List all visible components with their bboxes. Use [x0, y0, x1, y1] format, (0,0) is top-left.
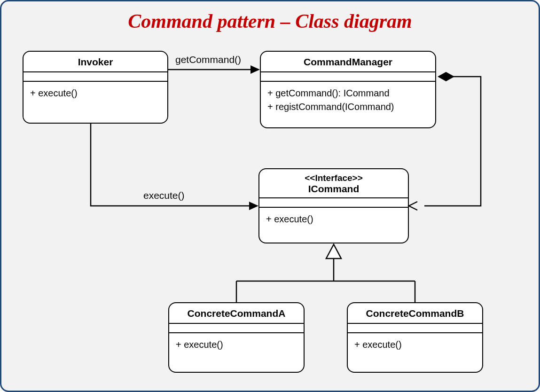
class-concrete-b-attrs — [348, 324, 482, 333]
class-concrete-command-b: ConcreteCommandB + execute() — [347, 302, 483, 373]
class-icommand-attrs — [259, 198, 408, 208]
method: + execute() — [266, 212, 401, 226]
class-concrete-b-methods: + execute() — [348, 333, 482, 356]
svg-marker-4 — [326, 244, 341, 259]
svg-marker-3 — [438, 72, 454, 81]
class-command-manager: CommandManager + getCommand(): ICommand … — [260, 51, 436, 128]
class-invoker-methods: + execute() — [23, 82, 167, 105]
class-icommand-name: ICommand — [308, 183, 360, 194]
class-concrete-a-attrs — [169, 324, 304, 333]
class-command-manager-attrs — [261, 72, 435, 82]
method: + execute() — [30, 86, 161, 100]
edge-label-getcommand: getCommand() — [175, 54, 241, 65]
edge-invoker-to-manager — [168, 65, 260, 74]
diagram-title: Command pattern – Class diagram — [1, 10, 539, 32]
class-concrete-command-a: ConcreteCommandA + execute() — [168, 302, 305, 373]
class-icommand: <<Interface>> ICommand + execute() — [258, 168, 409, 243]
class-invoker-name: Invoker — [23, 52, 167, 72]
class-icommand-stereotype: <<Interface>> — [263, 173, 404, 183]
edge-label-execute: execute() — [143, 190, 185, 201]
class-invoker-attrs — [23, 72, 167, 82]
method: + execute() — [354, 338, 476, 352]
class-invoker: Invoker + execute() — [23, 51, 168, 124]
diagram-frame: Command pattern – Class diagram Invoker … — [0, 0, 540, 392]
class-concrete-a-name: ConcreteCommandA — [169, 303, 304, 324]
class-command-manager-methods: + getCommand(): ICommand + registCommand… — [261, 82, 435, 118]
method: + getCommand(): ICommand — [267, 86, 429, 100]
svg-marker-2 — [249, 202, 258, 210]
class-command-manager-name: CommandManager — [261, 52, 435, 72]
edge-generalization — [236, 244, 415, 302]
class-icommand-name-block: <<Interface>> ICommand — [259, 169, 408, 198]
svg-marker-1 — [250, 65, 260, 74]
class-concrete-a-methods: + execute() — [169, 333, 304, 356]
class-icommand-methods: + execute() — [259, 208, 408, 231]
method: + registCommand(ICommand) — [267, 100, 429, 114]
method: + execute() — [176, 338, 297, 352]
class-concrete-b-name: ConcreteCommandB — [348, 303, 482, 324]
